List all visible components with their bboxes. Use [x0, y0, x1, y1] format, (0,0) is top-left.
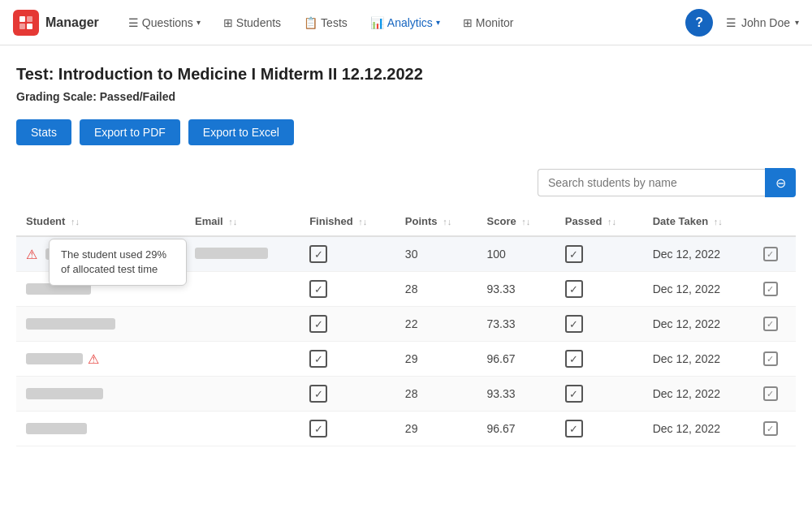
passed-cell: ✓: [555, 236, 643, 272]
email-cell: [185, 412, 300, 446]
student-cell: [16, 307, 185, 342]
finished-check-icon: ✓: [309, 420, 327, 438]
nav-monitor[interactable]: ⊞ Monitor: [453, 10, 524, 36]
col-actions: [754, 207, 796, 236]
col-date-taken[interactable]: Date Taken ↑↓: [643, 207, 754, 236]
students-grid-icon: ⊞: [223, 16, 233, 29]
monitor-label: Monitor: [476, 16, 514, 29]
search-row: ⊖: [16, 168, 796, 197]
score-cell: 96.67: [477, 412, 555, 446]
user-name: John Doe: [741, 16, 790, 29]
col-finished[interactable]: Finished ↑↓: [300, 207, 395, 236]
email-cell: [185, 377, 300, 412]
nav-tests[interactable]: 📋 Tests: [294, 10, 357, 36]
search-button[interactable]: ⊖: [765, 168, 796, 197]
col-points[interactable]: Points ↑↓: [395, 207, 477, 236]
col-score[interactable]: Score ↑↓: [477, 207, 555, 236]
monitor-grid-icon: ⊞: [463, 16, 473, 29]
nav-right: ? ☰ John Doe ▾: [685, 9, 799, 37]
stats-button[interactable]: Stats: [16, 119, 71, 145]
table-body: ⚠The student used 29% of allocated test …: [16, 236, 796, 446]
warning-icon: ⚠: [26, 247, 37, 262]
passed-cell: ✓: [555, 342, 643, 377]
analytics-arrow-icon: ▾: [436, 18, 440, 27]
search-input[interactable]: [538, 169, 765, 196]
passed-check-icon: ✓: [565, 245, 583, 263]
date-cell: Dec 12, 2022: [643, 342, 754, 377]
points-cell: 30: [395, 236, 477, 272]
row-action-icon[interactable]: ✓: [763, 386, 778, 401]
passed-sort-icon: ↑↓: [607, 217, 616, 226]
tooltip-wrap: ⚠The student used 29% of allocated test …: [26, 247, 41, 262]
points-cell: 29: [395, 412, 477, 446]
tooltip-box: The student used 29% of allocated test t…: [49, 239, 187, 286]
students-table: Student ↑↓ Email ↑↓ Finished ↑↓ Points ↑…: [16, 207, 796, 446]
finished-cell: ✓: [300, 272, 395, 307]
student-name-bar: [26, 388, 103, 399]
row-action-icon[interactable]: ✓: [763, 247, 778, 261]
action-cell: ✓: [754, 307, 796, 342]
page-content: Test: Introduction to Medicine I Midterm…: [0, 45, 812, 466]
score-sort-icon: ↑↓: [521, 217, 530, 226]
col-passed[interactable]: Passed ↑↓: [555, 207, 643, 236]
svg-rect-0: [19, 16, 25, 22]
warning-icon: ⚠: [88, 351, 99, 367]
nav-questions[interactable]: ☰ Questions ▾: [119, 10, 210, 36]
finished-check-icon: ✓: [309, 280, 327, 298]
row-action-icon[interactable]: ✓: [763, 351, 778, 366]
finished-check-icon: ✓: [309, 315, 327, 333]
student-cell: ⚠: [16, 342, 185, 377]
brand[interactable]: Manager: [13, 10, 99, 36]
finished-cell: ✓: [300, 377, 395, 412]
finished-cell: ✓: [300, 307, 395, 342]
help-icon: ?: [695, 15, 703, 30]
passed-check-icon: ✓: [565, 385, 583, 403]
page-title: Test: Introduction to Medicine I Midterm…: [16, 65, 796, 84]
export-excel-button[interactable]: Export to Excel: [188, 119, 294, 145]
finished-cell: ✓: [300, 412, 395, 446]
finished-cell: ✓: [300, 236, 395, 272]
row-action-icon[interactable]: ✓: [763, 282, 778, 296]
points-cell: 29: [395, 342, 477, 377]
date-cell: Dec 12, 2022: [643, 236, 754, 272]
nav-items: ☰ Questions ▾ ⊞ Students 📋 Tests 📊 Analy…: [119, 10, 685, 36]
table-header: Student ↑↓ Email ↑↓ Finished ↑↓ Points ↑…: [16, 207, 796, 236]
user-menu-icon: ☰: [726, 16, 736, 29]
action-cell: ✓: [754, 272, 796, 307]
passed-cell: ✓: [555, 377, 643, 412]
students-label: Students: [236, 16, 281, 29]
row-action-icon[interactable]: ✓: [763, 317, 778, 331]
tests-calendar-icon: 📋: [304, 16, 317, 29]
email-cell: [185, 236, 300, 272]
action-cell: ✓: [754, 377, 796, 412]
student-name-bar: [26, 423, 87, 434]
questions-arrow-icon: ▾: [197, 18, 201, 27]
table-row: ✓2996.67✓Dec 12, 2022✓: [16, 412, 796, 446]
user-menu[interactable]: ☰ John Doe ▾: [726, 16, 799, 29]
passed-cell: ✓: [555, 412, 643, 446]
row-action-icon[interactable]: ✓: [763, 421, 778, 436]
student-cell: ⚠The student used 29% of allocated test …: [16, 236, 185, 272]
col-student[interactable]: Student ↑↓: [16, 207, 185, 236]
score-cell: 93.33: [477, 272, 555, 307]
export-pdf-button[interactable]: Export to PDF: [80, 119, 180, 145]
action-buttons: Stats Export to PDF Export to Excel: [16, 119, 796, 145]
score-cell: 73.33: [477, 307, 555, 342]
date-cell: Dec 12, 2022: [643, 307, 754, 342]
student-sort-icon: ↑↓: [71, 217, 80, 226]
brand-name: Manager: [45, 15, 99, 30]
help-button[interactable]: ?: [685, 9, 713, 37]
col-email[interactable]: Email ↑↓: [185, 207, 300, 236]
passed-check-icon: ✓: [565, 280, 583, 298]
email-cell: [185, 272, 300, 307]
table-row: ✓2273.33✓Dec 12, 2022✓: [16, 307, 796, 342]
nav-students[interactable]: ⊞ Students: [214, 10, 291, 36]
svg-rect-3: [27, 24, 32, 29]
navbar: Manager ☰ Questions ▾ ⊞ Students 📋 Tests…: [0, 0, 812, 45]
action-cell: ✓: [754, 342, 796, 377]
passed-cell: ✓: [555, 272, 643, 307]
passed-check-icon: ✓: [565, 350, 583, 368]
nav-analytics[interactable]: 📊 Analytics ▾: [361, 10, 450, 36]
finished-check-icon: ✓: [309, 245, 327, 263]
date-cell: Dec 12, 2022: [643, 377, 754, 412]
